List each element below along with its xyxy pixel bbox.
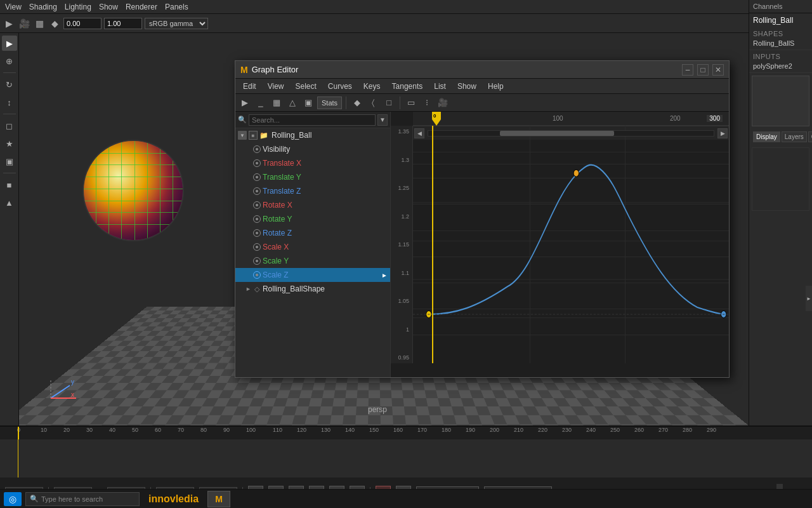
right-scroll-arrow[interactable]: ►	[806, 286, 812, 311]
menu-view[interactable]: View	[5, 3, 22, 11]
item-label-translate-y: Translate Y	[263, 173, 301, 182]
camera-icon[interactable]: 🎥	[18, 17, 30, 30]
sphere-grid-line-v	[160, 141, 160, 240]
ge-menu-list[interactable]: List	[429, 81, 451, 92]
tick-210: 210	[514, 427, 523, 433]
menu-shading[interactable]: Shading	[29, 3, 57, 11]
select-tool-icon[interactable]: ▶	[3, 17, 15, 30]
start-button[interactable]: ◎	[4, 492, 22, 506]
ge-menu-view[interactable]: View	[263, 81, 289, 92]
ge-menu-select[interactable]: Select	[290, 81, 321, 92]
grid-icon[interactable]: ▦	[33, 17, 46, 30]
rotate-tool[interactable]: ↻	[2, 77, 17, 92]
window-close-btn[interactable]: ✕	[712, 64, 724, 76]
select-tool[interactable]: ▶	[2, 36, 17, 51]
item-label-scale-y: Scale Y	[263, 257, 289, 265]
ge-item-rolling-ball-shape[interactable]: ► ◇ Rolling_BallShape	[235, 282, 390, 296]
paint-tool[interactable]: ★	[2, 136, 17, 151]
ge-tangent-icon[interactable]: 〈	[366, 96, 380, 110]
ge-camera-icon[interactable]: 🎥	[436, 96, 450, 110]
graph-canvas[interactable]: 1.35 1.3 1.25 1.2 1.15 1.1 1.05 1 0.95 0…	[391, 112, 729, 377]
mute-icon-sx	[253, 243, 261, 251]
tick-290: 290	[707, 427, 716, 433]
right-panel-content	[752, 147, 809, 211]
options-tab[interactable]: Optio...	[808, 131, 812, 142]
lasso-tool[interactable]: ◻	[2, 118, 17, 133]
ge-item-translate-y[interactable]: Translate Y	[235, 170, 390, 184]
menu-show[interactable]: Show	[99, 3, 118, 11]
snap-icon[interactable]: ◆	[48, 17, 61, 30]
renderer-select[interactable]: sRGB gamma	[145, 18, 208, 29]
ge-fit-icon[interactable]: ⁝	[420, 96, 434, 110]
tick-140: 140	[345, 427, 355, 433]
graph-canvas-area[interactable]	[413, 126, 729, 363]
tick-240: 240	[586, 427, 596, 433]
ruler-tick-100: 100	[553, 115, 563, 122]
tick-30: 30	[86, 427, 93, 433]
ge-item-scale-x[interactable]: Scale X	[235, 240, 390, 254]
tick-110: 110	[273, 427, 282, 433]
svg-line-0	[51, 385, 70, 398]
sphere-grid-line-v	[173, 141, 173, 240]
mesh-tool[interactable]: ▣	[2, 154, 17, 169]
window-minimize-btn[interactable]: –	[682, 64, 693, 76]
ge-menu-keys[interactable]: Keys	[358, 81, 386, 92]
color-swatch-area	[752, 76, 809, 126]
ge-outliner-list: ▼ ■ 📁 Rolling_Ball Visibility Translate …	[235, 128, 390, 377]
menu-renderer[interactable]: Renderer	[126, 3, 157, 11]
snap-grid-tool[interactable]: ■	[2, 177, 17, 192]
tool-separator-2	[3, 114, 16, 114]
graph-editor-menubar: Edit View Select Curves Keys Tangents Li…	[235, 79, 729, 94]
ge-item-rotate-z[interactable]: Rotate Z	[235, 226, 390, 240]
ge-item-visibility[interactable]: Visibility	[235, 142, 390, 156]
ge-item-scale-z[interactable]: Scale Z ►	[235, 268, 390, 282]
window-maximize-btn[interactable]: □	[697, 64, 709, 76]
scale-tool[interactable]: ↕	[2, 95, 17, 110]
ge-item-translate-x[interactable]: Translate X	[235, 156, 390, 170]
ge-stats-button[interactable]: Stats	[317, 97, 342, 109]
move-tool[interactable]: ⊕	[2, 53, 17, 69]
ge-toolbar-separator2	[400, 97, 400, 109]
ruler-tick-300: 300	[707, 115, 723, 122]
ge-menu-help[interactable]: Help	[483, 81, 509, 92]
y-label-9: 0.95	[392, 354, 411, 361]
menu-lighting[interactable]: Lighting	[65, 3, 91, 11]
ge-menu-edit[interactable]: Edit	[238, 81, 261, 92]
graph-scrollbar-thumb[interactable]	[500, 131, 614, 136]
ge-select-icon[interactable]: △	[285, 96, 299, 110]
viewport-menubar: View Shading Lighting Show Renderer Pane…	[0, 0, 749, 14]
tick-90: 90	[223, 427, 230, 433]
ge-key-icon[interactable]: ◆	[350, 96, 364, 110]
ge-menu-tangents[interactable]: Tangents	[387, 81, 428, 92]
component-tool[interactable]: ▲	[2, 195, 17, 210]
display-tab[interactable]: Display	[753, 131, 780, 142]
timeline-track-area[interactable]	[0, 439, 812, 478]
sphere-grid-line	[84, 164, 183, 165]
ge-region-icon[interactable]: ▣	[301, 96, 315, 110]
ge-item-rotate-y[interactable]: Rotate Y	[235, 212, 390, 226]
maya-taskbar-app[interactable]: M	[207, 491, 230, 507]
ge-menu-curves[interactable]: Curves	[323, 81, 357, 92]
ge-menu-show[interactable]: Show	[452, 81, 481, 92]
ge-item-rolling-ball[interactable]: ▼ ■ 📁 Rolling_Ball	[235, 128, 390, 142]
toolbar-value1-input[interactable]	[63, 18, 102, 29]
shapes-title: SHAPES	[753, 30, 808, 37]
graph-scrollbar[interactable]	[428, 130, 714, 137]
ge-search-input[interactable]	[249, 114, 376, 126]
ge-item-rotate-x[interactable]: Rotate X	[235, 198, 390, 212]
ge-search-dropdown[interactable]: ▼	[377, 114, 388, 126]
ge-item-translate-z[interactable]: Translate Z	[235, 184, 390, 198]
ge-move-icon[interactable]: ⎯	[254, 96, 268, 110]
channels-label[interactable]: Channels	[753, 3, 782, 10]
ge-grid-icon[interactable]: ▦	[270, 96, 284, 110]
sphere-grid-line	[84, 153, 183, 154]
ge-item-scale-y[interactable]: Scale Y	[235, 254, 390, 268]
ge-buffer-icon[interactable]: □	[382, 96, 396, 110]
menu-panels[interactable]: Panels	[165, 3, 188, 11]
toolbar-value2-input[interactable]	[104, 18, 142, 29]
layers-tab[interactable]: Layers	[782, 131, 807, 142]
ge-filter-icon[interactable]: ▶	[238, 96, 252, 110]
ge-frame-icon[interactable]: ▭	[404, 96, 418, 110]
taskbar-search[interactable]: 🔍 Type here to search	[25, 492, 140, 506]
expand-icon-shape: ►	[246, 286, 251, 292]
